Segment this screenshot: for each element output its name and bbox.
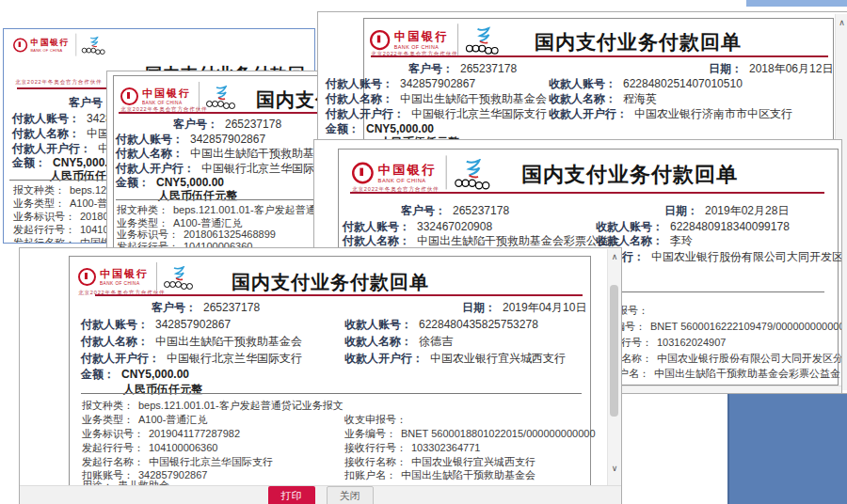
receipt-title: 国内支付业务付款回单	[521, 161, 738, 189]
amount-words-row: 人民币伍仟元整	[158, 188, 237, 204]
boc-emblem-icon	[120, 87, 138, 105]
payer-account-row: 付款人账号：342857902867	[81, 317, 231, 333]
debit-name-row: 扣账户名：中国出生缺陷干预救助基金会	[344, 468, 535, 482]
scroll-up-icon[interactable]: ∧	[608, 252, 621, 261]
amount-row: 金额：CNY5,000.00	[81, 367, 189, 383]
receiver-no-row: 接收行行号：103302364771	[344, 441, 480, 455]
boc-emblem-icon	[370, 29, 390, 49]
payer-bank-row: 付款人开户行：中国银行北京兰华国际支行	[326, 106, 547, 122]
payer-account-row: 付款人账号：34285	[12, 111, 118, 127]
olympic-rings-icon	[82, 48, 104, 54]
message-type-row: 报文种类：beps.121.001.01-客户发起普通贷记业务报文	[82, 399, 344, 413]
date-row: 日期：2019年02月28日	[664, 203, 789, 219]
beijing-2022-icon	[164, 266, 192, 288]
scroll-up-icon[interactable]: ∧	[836, 18, 847, 27]
customer-row: 客户号：265237178	[173, 117, 281, 133]
olympic-rings-icon	[206, 101, 234, 107]
receiver-name-row: 接收行名称：中国农业银行股份有限公司大同开发区分理处	[590, 352, 842, 366]
payer-account-row: 付款人账号：342857902867	[326, 76, 475, 92]
olympic-rings-icon	[164, 281, 192, 288]
payee-name-row: 收款人名称：徐德吉	[344, 334, 453, 350]
scroll-down-icon[interactable]: ∨	[608, 464, 621, 473]
payer-name-row: 付款人名称：中国出生缺陷干预救助基金会	[326, 91, 547, 107]
boc-emblem-icon	[352, 162, 374, 183]
customer-row: 客户号：265237178	[408, 61, 517, 77]
payee-name-row: 收款人名称：程海英	[549, 91, 657, 107]
olympic-rings-icon	[455, 179, 488, 186]
payer-name-row: 付款人名称：中国出	[12, 126, 120, 142]
business-id-row: 业务标识号：2019041177287982	[82, 427, 240, 441]
payee-account-row: 收款人账号：6228480435825753278	[344, 317, 538, 333]
business-no-row: 业务编号：BNET 5600018801022015/000000000000	[344, 427, 596, 441]
business-type-row: 业务类型：A100-普通汇兑	[82, 413, 207, 427]
receipt-title: 国内支付业务付款回单	[232, 270, 429, 295]
beijing-2022-icon	[82, 37, 104, 54]
declare-no-row: 收支申报号：	[344, 413, 411, 427]
divider	[95, 294, 583, 296]
customer-row: 客户号：265237178	[401, 203, 509, 219]
olympic-rings-icon	[466, 45, 498, 53]
partner-text: 北京2022年冬奥会官方合作伙伴	[15, 78, 102, 86]
dialog-footer: 打印 关闭	[20, 485, 621, 504]
bank-logos: 中国银行BANK OF CHINA	[13, 32, 104, 57]
bank-logos: 中国银行BANK OF CHINA	[78, 260, 192, 292]
divider	[81, 393, 582, 394]
date-row: 日期：2018年06月12日	[709, 61, 833, 77]
divider	[350, 192, 824, 194]
print-button[interactable]: 打印	[268, 486, 315, 504]
boc-emblem-icon	[78, 268, 96, 286]
receipt-title: 国内支付业务付款回单	[535, 29, 742, 55]
payer-name-row: 付款人名称：中国出生缺陷干预救助基金会	[81, 334, 302, 350]
initiator-no-row: 发起行行号：104100006360	[82, 441, 217, 455]
debit-name-row: 扣账户名：中国出生缺陷干预救助基金会彩票公益金	[598, 367, 840, 381]
payer-name-row: 付款人名称：中国出生缺陷干预救助基金会	[116, 146, 337, 162]
background-blue-panel	[727, 393, 847, 504]
scrollbar-thumb[interactable]	[610, 285, 618, 417]
window-e-scrollbar[interactable]: ∧ ∨	[607, 249, 621, 485]
payment-receipt-window-e: 中国银行BANK OF CHINA 国内支付业务付款回单 北京2022年冬奥会官…	[19, 247, 622, 504]
background-top-bar	[746, 0, 847, 7]
payee-account-row: 收款人账号：6228480251407010510	[549, 76, 743, 92]
business-no-row: 业务编号：BNET 5600016222109479/000000000000	[594, 320, 842, 334]
date-row: 日期：2019年04月10日	[462, 300, 586, 316]
customer-row: 客户号：265237178	[152, 300, 260, 316]
beijing-2022-icon	[206, 86, 234, 107]
payee-bank-row: 收款人开户行：中国农业银行宜兴城西支行	[344, 351, 566, 367]
payer-bank-row: 付款人开户行：中国银行北京兰华国际支行	[81, 351, 302, 367]
beijing-2022-icon	[466, 27, 498, 53]
beijing-2022-icon	[455, 158, 488, 186]
amount-words-row: 人民币伍仟元整	[123, 382, 202, 398]
boc-emblem-icon	[13, 38, 27, 52]
payee-bank-row: 收款人开户行：中国农业银行济南市市中区支行	[549, 106, 792, 122]
close-button[interactable]: 关闭	[327, 486, 374, 504]
divider	[371, 55, 828, 57]
initiator-name-row: 发起行名称：中国银行北京兰华国际支行	[82, 455, 273, 469]
receiver-name-row: 接收行名称：中国农业银行宜兴城西支行	[344, 455, 535, 469]
